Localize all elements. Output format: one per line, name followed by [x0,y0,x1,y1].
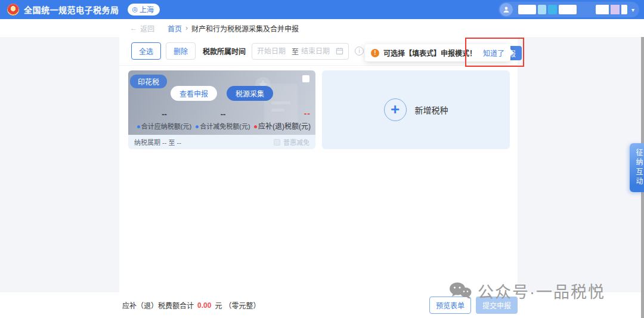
breadcrumb-separator: › [185,24,188,32]
stat-total-payable: -- 合计应纳税额(元) [137,110,192,131]
redacted-block [621,5,627,14]
redacted-block [548,5,557,14]
app-header: 全国统一规范电子税务局 ◎ 上海 ▾ [0,0,644,19]
total-amount: 应补（退）税费额合计 0.00 元 （零元整） [122,300,260,310]
select-all-button[interactable]: 全选 [131,42,161,60]
tooltip-message: 可选择【填表式】申报模式！ [383,48,476,58]
user-avatar-icon [500,3,513,16]
tax-bureau-emblem-icon [7,4,19,16]
filter-toolbar: 全选 删除 税款所属时间 至 i ! 可选择【填表式】申报模式！ 知道了 [119,37,518,66]
benefit-reduction-control: 普惠减免 [274,137,309,147]
blue-dot-icon [137,125,140,128]
total-value: 0.00 [197,301,211,310]
calendar-icon[interactable] [336,47,343,55]
back-arrow-icon: ← [130,24,137,32]
tax-period-text: 纳税属期 -- 至 -- [134,137,181,147]
plus-icon: + [384,98,407,121]
mode-hint-tooltip: ! 可选择【填表式】申报模式！ 知道了 [365,44,510,61]
location-pin-icon: ◎ [132,6,138,13]
total-label: 应补（退）税费额合计 [122,300,194,310]
watermark: 公众号·一品税悦 [448,279,605,302]
info-icon[interactable]: i [355,47,364,55]
stamp-tax-card-footer: 纳税属期 -- 至 -- 普惠减免 [128,135,315,149]
screen: 全国统一规范电子税务局 ◎ 上海 ▾ ← 返回 首页 › [0,0,644,318]
wechat-icon [448,282,472,301]
benefit-label: 普惠减免 [283,137,309,147]
breadcrumb-home[interactable]: 首页 [168,23,182,33]
tax-card-buttons: 查看申报 税源采集 [128,86,315,101]
source-collection-button[interactable]: 税源采集 [227,86,273,101]
redacted-block [559,5,577,14]
redacted-block [611,5,620,14]
tax-card-stats: -- 合计应纳税额(元) -- 合计减免税额(元) -- 应补(退)税额(元) [137,109,312,131]
benefit-checkbox[interactable] [274,139,280,146]
tax-card-checkbox[interactable] [302,75,309,82]
spacer [578,5,594,14]
back-label: 返回 [140,23,154,33]
tooltip-dismiss-link[interactable]: 知道了 [483,48,504,58]
tax-period-label: 税款所属时间 [203,46,246,56]
chevron-down-icon[interactable]: ▾ [631,7,634,13]
amount-in-words: （零元整） [224,300,260,310]
location-pill[interactable]: ◎ 上海 [128,4,160,16]
redacted-block [518,5,536,14]
blue-dot-icon [196,125,199,128]
stat-supplement-refund: -- 应补(退)税额(元) [254,109,312,131]
interaction-side-tab[interactable]: 征纳互动 [630,143,644,192]
red-dot-icon [254,125,257,128]
redacted-block [596,5,609,14]
back-button[interactable]: ← 返回 [130,23,154,33]
warning-icon: ! [371,49,379,57]
date-to-label: 至 [292,46,299,56]
date-range-picker[interactable]: 至 [252,43,349,60]
end-date-input[interactable] [301,47,333,55]
content-area: 全选 删除 税款所属时间 至 i ! 可选择【填表式】申报模式！ 知道了 [0,37,644,292]
stat-total-reduction: -- 合计减免税额(元) [192,110,254,131]
stamp-tax-card: 印花税 查看申报 税源采集 -- 合计应纳税额(元) [128,70,315,149]
stamp-tax-card-main: 印花税 查看申报 税源采集 -- 合计应纳税额(元) [128,70,315,135]
add-tax-type-card[interactable]: + 新增税种 [322,70,510,149]
breadcrumb-current: 财产和行为税税源采集及合并申报 [191,23,299,33]
tax-cards-row: 印花税 查看申报 税源采集 -- 合计应纳税额(元) [119,66,518,149]
brand: 全国统一规范电子税务局 ◎ 上海 [7,4,160,16]
breadcrumb: ← 返回 首页 › 财产和行为税税源采集及合并申报 [0,19,644,37]
start-date-input[interactable] [257,47,289,55]
add-tax-type-label: 新增税种 [415,104,448,116]
watermark-text: 公众号·一品税悦 [478,279,605,302]
view-declaration-button[interactable]: 查看申报 [171,86,217,101]
total-unit: 元 [215,300,222,310]
location-label: 上海 [140,4,154,14]
app-title: 全国统一规范电子税务局 [24,4,119,16]
redacted-block [538,5,546,14]
user-area[interactable]: ▾ [499,2,639,17]
delete-button[interactable]: 删除 [166,42,196,60]
main-panel: 全选 删除 税款所属时间 至 i ! 可选择【填表式】申报模式！ 知道了 [119,37,518,292]
